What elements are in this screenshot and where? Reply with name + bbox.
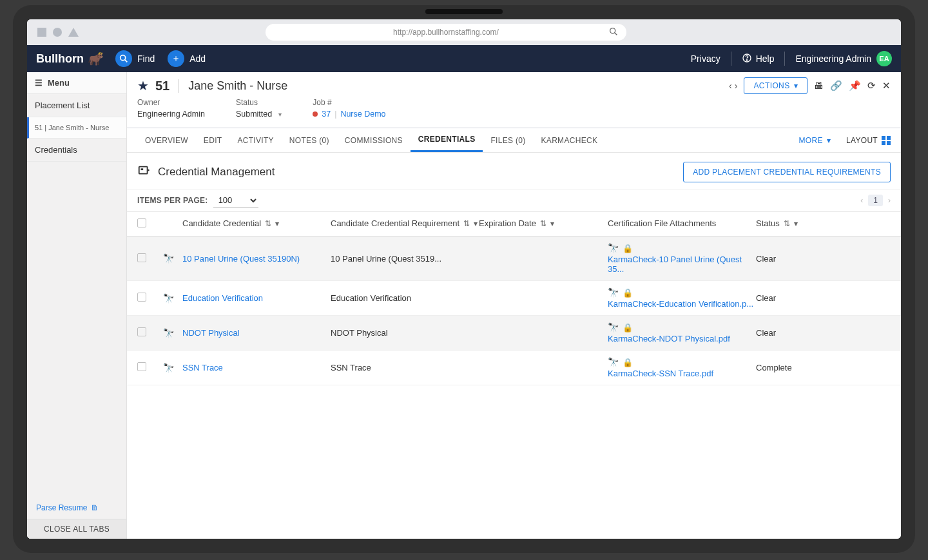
- items-per-page-label: ITEMS PER PAGE:: [137, 196, 208, 205]
- row-checkbox[interactable]: [137, 362, 146, 371]
- actions-button[interactable]: ACTIONS ▾: [744, 77, 807, 94]
- attachment-link[interactable]: KarmaCheck-Education Verification.p...: [608, 299, 756, 309]
- job-name: Nurse Demo: [340, 110, 385, 119]
- hamburger-icon: ☰: [35, 78, 43, 88]
- layout-button[interactable]: LAYOUT: [838, 130, 891, 151]
- tab-overview[interactable]: OVERVIEW: [137, 130, 196, 151]
- filter-icon[interactable]: ▾: [474, 220, 478, 229]
- col-attachments[interactable]: Certification File Attachments: [608, 219, 756, 229]
- parse-resume-link[interactable]: Parse Resume 🗎: [27, 497, 126, 519]
- svg-rect-6: [139, 166, 148, 173]
- credential-link[interactable]: SSN Trace: [182, 363, 223, 372]
- credential-link[interactable]: NDOT Physical: [182, 328, 240, 338]
- next-record-button[interactable]: ›: [735, 81, 738, 91]
- brand-logo[interactable]: Bullhorn 🐂: [36, 51, 104, 66]
- col-credential-requirement[interactable]: Candidate Credential Requirement ⇅ ▾: [331, 219, 479, 229]
- main-panel: ★ 51 Jane Smith - Nurse ‹ › ACTIONS ▾: [127, 72, 901, 539]
- tab-notes[interactable]: NOTES (0): [282, 130, 337, 151]
- filter-icon[interactable]: ▾: [550, 220, 554, 229]
- tab-files[interactable]: FILES (0): [483, 130, 533, 151]
- sort-icon[interactable]: ⇅: [265, 220, 271, 229]
- star-icon[interactable]: ★: [137, 78, 149, 93]
- col-expiration-date[interactable]: Expiration Date ⇅ ▾: [479, 219, 608, 229]
- url-text: http://app.bullhornstaffing.com/: [393, 28, 499, 37]
- lock-icon: 🔒: [623, 323, 633, 333]
- more-menu[interactable]: MORE ▾: [791, 130, 839, 151]
- record-tabs: OVERVIEW EDIT ACTIVITY NOTES (0) COMMISS…: [127, 128, 901, 153]
- parse-label: Parse Resume: [36, 503, 87, 512]
- address-bar[interactable]: http://app.bullhornstaffing.com/: [266, 24, 626, 41]
- sidebar-item-credentials[interactable]: Credentials: [27, 139, 126, 162]
- tab-karmacheck[interactable]: KARMACHECK: [534, 130, 606, 151]
- status-label: Status: [236, 98, 282, 107]
- help-label: Help: [756, 53, 775, 64]
- pin-icon[interactable]: 📌: [849, 80, 861, 92]
- row-checkbox[interactable]: [137, 327, 146, 336]
- preview-icon[interactable]: 🔭: [163, 328, 174, 338]
- user-name: Engineering Admin: [795, 53, 871, 64]
- tab-activity[interactable]: ACTIVITY: [229, 130, 281, 151]
- sort-icon[interactable]: ⇅: [463, 220, 470, 229]
- attachment-link[interactable]: KarmaCheck-SSN Trace.pdf: [608, 369, 756, 378]
- select-all-checkbox[interactable]: [137, 218, 146, 227]
- search-icon[interactable]: [608, 26, 619, 39]
- prev-record-button[interactable]: ‹: [729, 81, 732, 91]
- user-menu[interactable]: Engineering Admin EA: [795, 51, 892, 66]
- add-label: Add: [189, 53, 206, 64]
- page-number[interactable]: 1: [868, 195, 883, 206]
- status-value: Submitted: [236, 110, 272, 119]
- attachment-link[interactable]: KarmaCheck-NDOT Physical.pdf: [608, 334, 756, 343]
- preview-icon[interactable]: 🔭: [163, 253, 174, 264]
- filter-icon[interactable]: ▾: [275, 220, 279, 229]
- tab-edit[interactable]: EDIT: [196, 130, 230, 151]
- sort-icon[interactable]: ⇅: [540, 220, 546, 229]
- credential-link[interactable]: 10 Panel Urine (Quest 35190N): [182, 254, 300, 264]
- page-next[interactable]: ›: [888, 196, 891, 205]
- add-requirement-button[interactable]: ADD PLACEMENT CREDENTIAL REQUIREMENTS: [683, 162, 891, 182]
- job-link[interactable]: 37 | Nurse Demo: [313, 110, 385, 119]
- preview-icon[interactable]: 🔭: [163, 363, 174, 373]
- add-button[interactable]: ＋ Add: [168, 50, 206, 67]
- tab-credentials[interactable]: CREDENTIALS: [411, 128, 483, 152]
- sidebar-item-placement-list[interactable]: Placement List: [27, 94, 126, 117]
- divider: [784, 52, 785, 66]
- col-candidate-credential[interactable]: Candidate Credential ⇅ ▾: [182, 219, 331, 229]
- find-button[interactable]: Find: [115, 50, 155, 67]
- privacy-link[interactable]: Privacy: [691, 53, 720, 64]
- credentials-table: Candidate Credential ⇅ ▾ Candidate Crede…: [127, 212, 901, 385]
- print-icon[interactable]: 🖶: [814, 80, 824, 92]
- attachment-link[interactable]: KarmaCheck-10 Panel Urine (Quest 35...: [608, 255, 756, 274]
- col-status[interactable]: Status ⇅ ▾: [756, 219, 833, 229]
- sidebar-item-record[interactable]: 51 | Jane Smith - Nurse: [27, 117, 126, 139]
- more-label: MORE: [799, 136, 823, 145]
- link-icon[interactable]: 🔗: [830, 80, 842, 92]
- table-row: 🔭SSN TraceSSN Trace🔭 🔒KarmaCheck-SSN Tra…: [127, 351, 901, 385]
- sort-icon[interactable]: ⇅: [784, 220, 790, 229]
- divider: [731, 52, 731, 66]
- filter-icon[interactable]: ▾: [794, 220, 798, 229]
- close-icon[interactable]: ✕: [882, 80, 891, 92]
- items-per-page-select[interactable]: 100: [213, 193, 258, 208]
- avatar: EA: [876, 51, 892, 66]
- status-cell: Clear: [756, 328, 833, 338]
- help-link[interactable]: Help: [742, 53, 775, 65]
- page-prev[interactable]: ‹: [860, 196, 863, 205]
- search-icon: [115, 50, 132, 67]
- row-checkbox[interactable]: [137, 293, 146, 302]
- menu-toggle[interactable]: ☰ Menu: [27, 72, 126, 94]
- tab-commissions[interactable]: COMMISSIONS: [337, 130, 411, 151]
- credential-link[interactable]: Education Verification: [182, 293, 263, 303]
- table-row: 🔭NDOT PhysicalNDOT Physical🔭 🔒KarmaCheck…: [127, 316, 901, 351]
- svg-point-2: [121, 55, 126, 61]
- status-dropdown[interactable]: Submitted ▾: [236, 110, 282, 119]
- refresh-icon[interactable]: ⟳: [867, 80, 876, 92]
- close-all-tabs-button[interactable]: CLOSE ALL TABS: [27, 519, 126, 539]
- actions-label: ACTIONS: [753, 81, 789, 90]
- layout-label: LAYOUT: [846, 136, 878, 145]
- section-title: Credential Management: [158, 166, 275, 179]
- grid-toolbar: ITEMS PER PAGE: 100 ‹ 1 ›: [127, 189, 901, 212]
- row-checkbox[interactable]: [137, 253, 146, 262]
- separator: |: [334, 110, 336, 119]
- svg-line-3: [125, 60, 128, 63]
- preview-icon[interactable]: 🔭: [163, 293, 174, 304]
